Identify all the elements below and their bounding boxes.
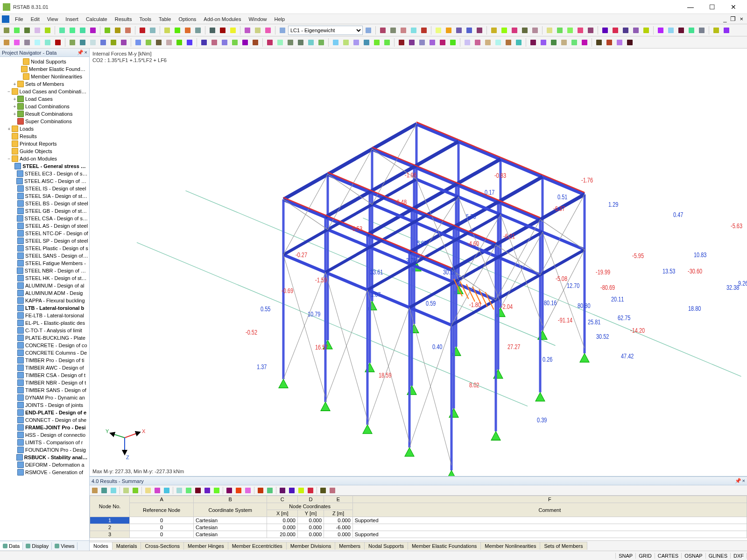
tree-expander-icon[interactable]: +	[7, 126, 12, 132]
maximize-button[interactable]: ☐	[701, 0, 723, 14]
results-filter-button[interactable]	[144, 486, 152, 495]
results-tab-member-elastic-foundations[interactable]: Member Elastic Foundations	[408, 542, 481, 550]
results-export-button[interactable]	[297, 486, 305, 495]
tree-item[interactable]: RSBUCK - Stability analysis	[0, 454, 89, 461]
toolbar-btn-37[interactable]	[520, 26, 529, 35]
tree-item[interactable]: Printout Reports	[0, 140, 89, 147]
table-row[interactable]: 20Cartesian0.0000.000-6.000	[90, 524, 747, 531]
menu-tools[interactable]: Tools	[135, 15, 155, 23]
close-button[interactable]: ✕	[723, 0, 744, 14]
toolbar-btn-19[interactable]	[218, 26, 227, 35]
menu-table[interactable]: Table	[155, 15, 175, 23]
tree-item[interactable]: TIMBER AWC - Design of	[0, 364, 89, 371]
toolbar2-btn-124[interactable]	[265, 38, 275, 47]
menu-view[interactable]: View	[43, 15, 62, 23]
menu-insert[interactable]: Insert	[62, 15, 82, 23]
toolbar-btn-3[interactable]	[33, 26, 42, 35]
tree-item[interactable]: STEEL Fatigue Members -	[0, 259, 89, 267]
toolbar-btn-2[interactable]	[22, 26, 32, 35]
toolbar2-btn-132[interactable]	[352, 38, 361, 47]
toolbar2-btn-111[interactable]	[119, 38, 128, 47]
loadcase-select[interactable]: LC1 - Eigengewicht	[288, 26, 363, 35]
toolbar2-btn-131[interactable]	[341, 38, 351, 47]
toolbar2-btn-117[interactable]	[185, 38, 194, 47]
toolbar2-btn-113[interactable]	[144, 38, 153, 47]
menu-options[interactable]: Options	[175, 15, 200, 23]
tree-item[interactable]: STEEL - General stress analysis	[0, 162, 89, 170]
results-go-button[interactable]	[203, 486, 211, 495]
toolbar2-btn-127[interactable]	[296, 38, 305, 47]
toolbar-btn-50[interactable]	[666, 26, 676, 35]
toolbar-btn-39[interactable]	[545, 26, 554, 35]
toolbar2-btn-110[interactable]	[109, 38, 118, 47]
table-row[interactable]: 10Cartesian0.0000.0000.000Supported	[90, 517, 747, 524]
toolbar-btn-45[interactable]	[611, 26, 620, 35]
toolbar2-btn-120[interactable]	[220, 38, 229, 47]
results-pin-button[interactable]	[225, 486, 233, 495]
toolbar2-btn-112[interactable]	[134, 38, 143, 47]
tree-expander-icon[interactable]: +	[12, 82, 17, 87]
toolbar-btn-25[interactable]	[388, 26, 398, 35]
toolbar2-btn-115[interactable]	[164, 38, 174, 47]
mdi-close-icon[interactable]: ×	[738, 15, 745, 22]
tree-item[interactable]: TIMBER CSA - Design of t	[0, 371, 89, 379]
results-grid-button[interactable]	[256, 486, 265, 495]
tree-item[interactable]: +Result Combinations	[0, 110, 89, 118]
toolbar-btn-41[interactable]	[565, 26, 575, 35]
toolbar-btn-49[interactable]	[656, 26, 665, 35]
tree-expander-icon[interactable]: +	[12, 97, 17, 102]
toolbar-btn-36[interactable]	[510, 26, 519, 35]
tree-item[interactable]: STEEL SANS - Design of st	[0, 252, 89, 259]
results-tab-member-hinges[interactable]: Member Hinges	[183, 542, 228, 550]
tree-item[interactable]: STEEL Plastic - Design of s	[0, 245, 89, 252]
next-loadcase-button[interactable]	[364, 26, 373, 35]
tree-item[interactable]: CONNECT - Design of she	[0, 416, 89, 424]
tree-item[interactable]: STEEL CSA - Design of steel	[0, 215, 89, 222]
toolbar-btn-46[interactable]	[621, 26, 630, 35]
tree-item[interactable]: STEEL AISC - Design of steel	[0, 177, 89, 185]
toolbar-btn-42[interactable]	[576, 26, 585, 35]
tree-item[interactable]: −Add-on Modules	[0, 155, 89, 162]
results-go-button[interactable]	[184, 486, 193, 495]
tree-item[interactable]: FRAME-JOINT Pro - Desi	[0, 424, 89, 431]
menu-add-on-modules[interactable]: Add-on Modules	[200, 15, 245, 23]
tree-expander-icon[interactable]: +	[12, 112, 17, 117]
toolbar2-btn-133[interactable]	[362, 38, 371, 47]
results-pin-icon[interactable]: 📌	[735, 478, 741, 484]
tree-item[interactable]: STEEL IS - Design of steel	[0, 185, 89, 192]
toolbar2-btn-105[interactable]	[53, 38, 63, 47]
tree-item[interactable]: STEEL EC3 - Design of steel	[0, 170, 89, 177]
toolbar2-btn-143[interactable]	[473, 38, 482, 47]
toolbar2-btn-141[interactable]	[448, 38, 458, 47]
results-go-button[interactable]	[194, 486, 202, 495]
results-fx-button[interactable]	[319, 486, 327, 495]
results-chart-button[interactable]	[306, 486, 315, 495]
results-pin-button[interactable]	[244, 486, 252, 495]
tree-item[interactable]: TIMBER NBR - Design of t	[0, 379, 89, 386]
results-table-nav-button[interactable]	[100, 486, 108, 495]
toolbar-btn-15[interactable]	[173, 26, 182, 35]
results-refresh-button[interactable]	[162, 486, 171, 495]
toolbar-btn-5[interactable]	[57, 26, 67, 35]
toolbar2-btn-114[interactable]	[154, 38, 163, 47]
results-tab-member-nonlinearities[interactable]: Member Nonlinearities	[480, 542, 540, 550]
toolbar2-btn-121[interactable]	[230, 38, 240, 47]
toolbar2-btn-122[interactable]	[240, 38, 250, 47]
tree-item[interactable]: LIMITS - Comparison of r	[0, 439, 89, 446]
menu-results[interactable]: Results	[111, 15, 136, 23]
nav-tab-display[interactable]: Display	[23, 542, 52, 550]
statusbar-dxf[interactable]: DXF	[730, 553, 747, 559]
toolbar2-btn-157[interactable]	[625, 38, 634, 47]
navigator-close-icon[interactable]: ×	[85, 49, 87, 56]
results-tab-sets-of-members[interactable]: Sets of Members	[540, 542, 587, 550]
toolbar-btn-28[interactable]	[419, 26, 429, 35]
statusbar-glines[interactable]: GLINES	[705, 553, 731, 559]
toolbar2-btn-134[interactable]	[372, 38, 381, 47]
toolbar2-btn-116[interactable]	[175, 38, 184, 47]
toolbar2-btn-136[interactable]	[397, 38, 406, 47]
tree-item[interactable]: HSS - Design of connectio	[0, 431, 89, 439]
toolbar2-btn-135[interactable]	[382, 38, 392, 47]
toolbar-btn-8[interactable]	[88, 26, 98, 35]
toolbar2-btn-138[interactable]	[417, 38, 427, 47]
toolbar-btn-16[interactable]	[183, 26, 192, 35]
